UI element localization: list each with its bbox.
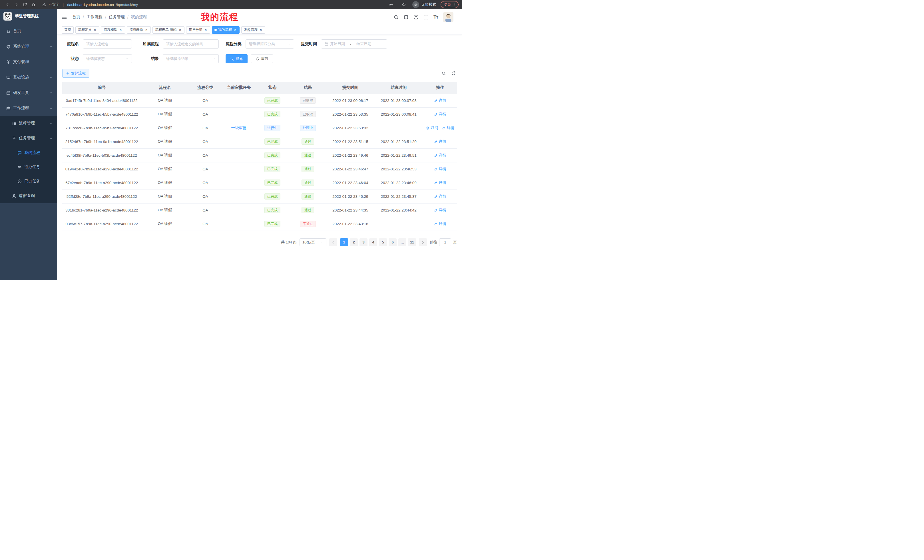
breadcrumb-item[interactable]: 我的流程 <box>131 15 147 20</box>
tab-close-icon[interactable]: × <box>144 28 148 32</box>
page-button-5[interactable]: 5 <box>379 238 387 246</box>
process-def-input[interactable] <box>166 42 215 46</box>
result-select[interactable]: 请选择流结果 <box>163 54 219 63</box>
browser-forward-icon[interactable] <box>14 2 18 7</box>
tab-close-icon[interactable]: × <box>259 28 263 32</box>
next-page-button[interactable] <box>419 238 427 246</box>
cell-id: 7470a810-7b9b-11ec-b5b7-acde48001122 <box>62 107 141 121</box>
cell-id: 7317cec6-7b9b-11ec-b5b7-acde48001122 <box>62 121 141 135</box>
cell-category: OA <box>189 162 222 176</box>
detail-link[interactable]: 详情 <box>434 194 446 199</box>
page-ellipsis[interactable]: … <box>398 238 406 246</box>
page-button-1[interactable]: 1 <box>340 238 348 246</box>
page-button-2[interactable]: 2 <box>350 238 358 246</box>
browser-home-icon[interactable] <box>31 2 36 7</box>
breadcrumb-item[interactable]: 任务管理 <box>109 15 125 20</box>
detail-link[interactable]: 详情 <box>434 112 446 117</box>
search-button[interactable]: 搜索 <box>226 54 248 63</box>
breadcrumb-item[interactable]: 工作流程 <box>87 15 102 20</box>
page-button-11[interactable]: 11 <box>408 238 416 246</box>
password-key-icon[interactable] <box>388 2 393 7</box>
edit-icon <box>434 181 438 185</box>
tab-process-definition[interactable]: 流程定义× <box>75 26 99 34</box>
user-avatar[interactable] <box>443 12 458 22</box>
cancel-link[interactable]: 取消 <box>426 125 438 130</box>
create-process-button[interactable]: 发起流程 <box>62 69 89 78</box>
detail-link[interactable]: 详情 <box>434 166 446 172</box>
goto-input[interactable] <box>439 238 451 246</box>
detail-link[interactable]: 详情 <box>434 98 446 103</box>
tab-label: 发起流程 <box>244 27 258 32</box>
tab-home[interactable]: 首页 <box>62 26 74 34</box>
tab-close-icon[interactable]: × <box>204 28 208 32</box>
detail-link[interactable]: 详情 <box>434 180 446 185</box>
tab-user-group[interactable]: 用户分组× <box>186 26 210 34</box>
page-button-3[interactable]: 3 <box>360 238 368 246</box>
browser-menu-icon[interactable] <box>453 3 457 7</box>
action-label: 详情 <box>439 221 446 226</box>
detail-link[interactable]: 详情 <box>434 153 446 158</box>
sidebar-item-infrastructure[interactable]: 基础设施 <box>0 70 57 85</box>
tab-my-process[interactable]: 我的流程× <box>212 26 240 34</box>
toggle-search-icon[interactable] <box>441 71 446 76</box>
header-search-icon[interactable] <box>393 15 399 20</box>
tab-close-icon[interactable]: × <box>93 28 97 32</box>
help-icon[interactable] <box>414 15 418 20</box>
page-size-select[interactable]: 10条/页 <box>300 238 326 246</box>
category-label: 流程分类 <box>226 41 242 46</box>
sidebar-item-leave-query[interactable]: 请假查询 <box>0 189 57 203</box>
browser-reload-icon[interactable] <box>22 2 27 7</box>
bookmark-star-icon[interactable] <box>402 2 406 7</box>
prev-page-button[interactable] <box>329 238 337 246</box>
address-bar[interactable]: 不安全 | dashboard.yudao.iocoder.cn/bpm/tas… <box>42 2 387 7</box>
detail-link[interactable]: 详情 <box>442 125 454 130</box>
refresh-table-icon[interactable] <box>451 71 456 76</box>
sidebar-item-done-task[interactable]: 已办任务 <box>0 174 57 189</box>
sidebar-item-dev-tools[interactable]: 研发工具 <box>0 85 57 100</box>
date-range-picker[interactable]: 开始日期 - 结束日期 <box>321 39 387 48</box>
detail-link[interactable]: 详情 <box>434 208 446 213</box>
fullscreen-icon[interactable] <box>423 15 429 20</box>
sidebar-item-payment[interactable]: 支付管理 <box>0 54 57 70</box>
tab-process-form-edit[interactable]: 流程表单-编辑× <box>153 26 184 34</box>
end-date-placeholder: 结束日期 <box>356 41 371 46</box>
browser-update-button[interactable]: 更新 <box>441 1 459 8</box>
cell-status: 已完成 <box>255 190 289 203</box>
tab-close-icon[interactable]: × <box>119 28 123 32</box>
breadcrumb-item[interactable]: 首页 <box>72 15 80 20</box>
browser-back-icon[interactable] <box>5 2 10 7</box>
sidebar-item-todo-task[interactable]: 待办任务 <box>0 160 57 174</box>
tab-process-model[interactable]: 流程模型× <box>101 26 125 34</box>
row-actions: 详情 <box>423 98 457 103</box>
cell-process-name: OA 请假 <box>141 94 189 107</box>
sidebar-item-process-mgmt[interactable]: 流程管理 <box>0 116 57 131</box>
page-button-4[interactable]: 4 <box>369 238 377 246</box>
current-task-link[interactable]: 一级审批 <box>231 126 246 130</box>
font-size-icon[interactable]: TT <box>434 14 438 20</box>
tab-process-form[interactable]: 流程表单× <box>127 26 151 34</box>
category-select[interactable]: 请选择流程分类 <box>246 39 294 48</box>
breadcrumb: 首页/工作流程/任务管理/我的流程 <box>72 15 147 20</box>
reset-button[interactable]: 重置 <box>251 54 273 63</box>
sidebar-item-home[interactable]: 首页 <box>0 23 57 39</box>
sidebar-item-my-process[interactable]: 我的流程 <box>0 145 57 160</box>
detail-link[interactable]: 详情 <box>434 221 446 226</box>
status-select[interactable]: 请选择状态 <box>83 54 132 63</box>
cell-submit-time: 2022-01-22 23:46:47 <box>327 162 374 176</box>
page-button-6[interactable]: 6 <box>388 238 397 246</box>
tab-start-process[interactable]: 发起流程× <box>241 26 265 34</box>
sidebar-toggle-icon[interactable] <box>62 15 67 20</box>
sidebar-item-workflow[interactable]: 工作流程 <box>0 100 57 116</box>
sidebar-item-system[interactable]: 系统管理 <box>0 39 57 54</box>
tab-close-icon[interactable]: × <box>178 28 182 32</box>
tags-view: 首页流程定义×流程模型×流程表单×流程表单-编辑×用户分组×我的流程×发起流程× <box>57 25 462 35</box>
tab-close-icon[interactable]: × <box>233 28 237 32</box>
browser-actions: 无痕模式 更新 <box>387 1 459 8</box>
detail-link[interactable]: 详情 <box>434 139 446 144</box>
sidebar-item-task-mgmt[interactable]: 任务管理 <box>0 131 57 145</box>
process-name-input[interactable] <box>86 42 129 46</box>
row-actions: 取消详情 <box>423 125 457 130</box>
row-actions: 详情 <box>423 112 457 117</box>
github-icon[interactable] <box>404 15 409 20</box>
app-logo[interactable]: 芋道管理系统 <box>0 9 57 23</box>
